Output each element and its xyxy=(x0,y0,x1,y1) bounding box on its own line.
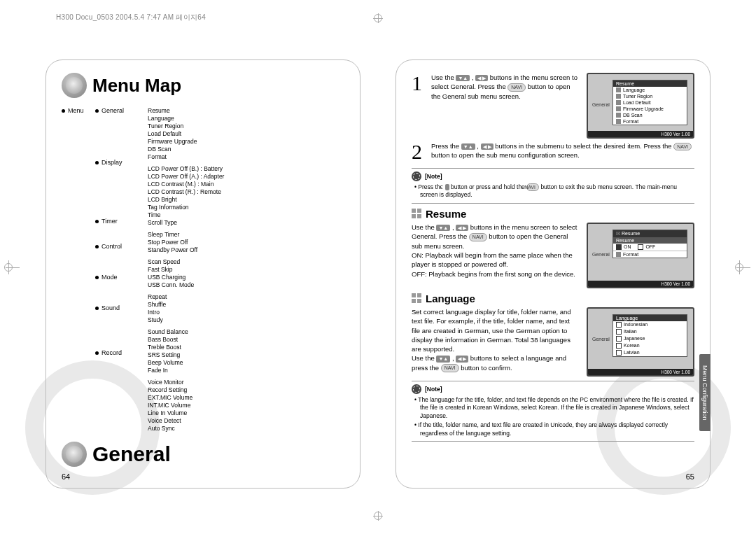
step-number-1: 1 xyxy=(412,73,427,101)
nav-left-right-icon: ◀ ▶ xyxy=(456,225,468,232)
tree-items: ResumeLanguageTuner RegionLoad DefaultFi… xyxy=(148,106,344,160)
page-right: 1 Use the ▼▲ , ◀ ▶ buttons in the menu s… xyxy=(396,59,710,489)
tree-cat: Mode xyxy=(95,273,148,281)
step-2-text: Press the ▼▲ , ◀ ▶ buttons in the submen… xyxy=(431,141,694,162)
step-number-2: 2 xyxy=(412,141,427,162)
tree-cat: Control xyxy=(95,242,148,251)
page-number: 64 xyxy=(62,472,70,481)
navi-button-icon: NAVI xyxy=(673,143,692,151)
tree-items: LCD Power Off (B.) : BatteryLCD Power Of… xyxy=(148,164,344,226)
navi-button-icon: NAVI xyxy=(507,83,526,92)
note-icon xyxy=(412,171,421,181)
page-number: 65 xyxy=(686,472,694,481)
menu-map-icon xyxy=(62,73,87,98)
resume-text: Use the ▼▲ , ◀ ▶ buttons in the menu scr… xyxy=(412,223,580,288)
navi-button-icon: NAVI xyxy=(469,233,487,241)
navi-button-icon: NAVI xyxy=(526,183,539,191)
nav-left-right-icon: ◀ ▶ xyxy=(481,143,493,150)
language-text: Set correct language display for title, … xyxy=(412,307,580,377)
crop-mark-left xyxy=(6,260,20,274)
nav-left-right-icon: ◀ ▶ xyxy=(456,356,468,363)
crop-mark-right xyxy=(736,260,750,274)
crop-mark-top xyxy=(374,14,382,22)
note-label: [Note] xyxy=(425,386,442,393)
nav-left-right-icon: ◀ ▶ xyxy=(475,75,488,82)
tree-cat: Display xyxy=(95,158,148,167)
screenshot-language: General Language Indonesian Italian Japa… xyxy=(587,307,694,377)
section-icon xyxy=(412,293,421,303)
tree-items: Voice MonitorRecord SettingEXT.MIC Volum… xyxy=(148,378,344,432)
page-left: Menu Map Menu General Display Timer Cont… xyxy=(46,59,360,489)
tree-items: Scan SpeedFast SkipUSB ChargingUSB Conn.… xyxy=(148,258,344,288)
crop-mark-bottom xyxy=(374,512,382,520)
screenshot-resume: General ☒ Resume Resume ON OFF Format H3… xyxy=(587,223,694,288)
tree-items: Sleep TimerStop Power OffStandby Power O… xyxy=(148,230,344,253)
nav-up-down-icon: ▼▲ xyxy=(436,356,450,363)
menu-map-tree: Menu General Display Timer Control Mode … xyxy=(62,106,344,436)
screenshot-general-submenu: General Resume Language Tuner Region Loa… xyxy=(587,73,694,139)
step-1-text: Use the ▼▲ , ◀ ▶ buttons in the menu scr… xyxy=(431,73,580,101)
section-title-resume: Resume xyxy=(426,208,466,220)
navi-button-icon: NAVI xyxy=(441,364,459,372)
general-icon xyxy=(62,442,87,467)
tree-cat: Timer xyxy=(95,217,148,225)
note-box-1: [Note] Press the ■ button or press and h… xyxy=(412,168,694,204)
section-icon xyxy=(412,209,421,218)
title-general: General xyxy=(92,442,171,466)
title-menu-map: Menu Map xyxy=(92,75,181,97)
nav-up-down-icon: ▼▲ xyxy=(461,143,475,150)
note-icon xyxy=(412,384,421,394)
side-tab-menu-configuration: Menu Configuration xyxy=(699,354,710,431)
print-header: H300 Docu_0503 2004.5.4 7:47 AM 페이지64 xyxy=(56,13,206,22)
note-label: [Note] xyxy=(425,173,442,180)
tree-cat: Record xyxy=(95,349,148,357)
tree-items: RepeatShuffleIntroStudy xyxy=(148,293,344,323)
tree-items: Sound BalanceBass BoostTreble BoostSRS S… xyxy=(148,328,344,374)
nav-up-down-icon: ▼▲ xyxy=(436,225,450,232)
section-title-language: Language xyxy=(426,293,475,304)
note-box-2: [Note] The language for the title, folde… xyxy=(412,381,694,442)
tree-root: Menu xyxy=(62,106,95,115)
tree-cat: Sound xyxy=(95,304,148,312)
tree-cat: General xyxy=(95,106,148,115)
nav-up-down-icon: ▼▲ xyxy=(456,75,470,82)
